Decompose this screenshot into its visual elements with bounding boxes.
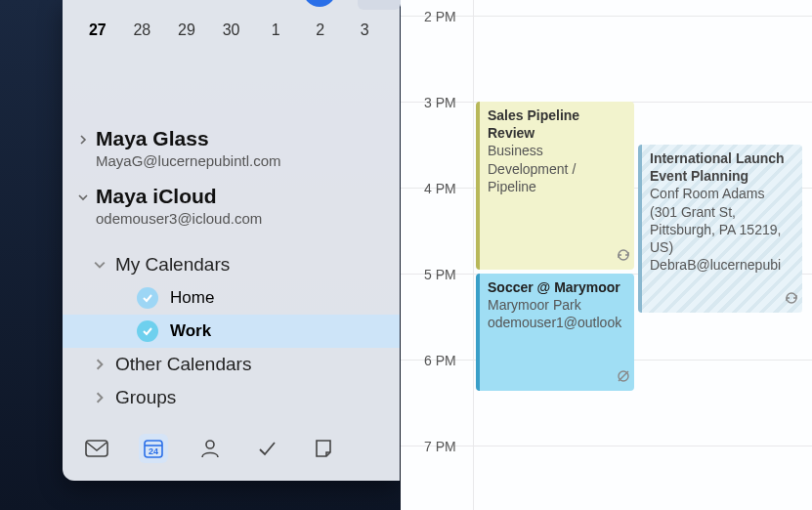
event-launch-planning[interactable]: International Launch Event Planning Conf…: [638, 145, 802, 313]
calendar-item-home[interactable]: Home: [94, 281, 382, 315]
no-sync-icon: [617, 369, 630, 387]
calendar-label: Work: [170, 321, 211, 341]
mini-cal-day[interactable]: 29: [165, 12, 208, 49]
calendar-check-icon[interactable]: [137, 287, 158, 309]
account-item[interactable]: Maya iCloud odemouser3@icloud.com: [74, 177, 376, 234]
chevron-right-icon: [94, 392, 115, 404]
hour-label: 5 PM: [424, 267, 456, 282]
calendar-icon[interactable]: 24: [139, 434, 168, 463]
notes-icon[interactable]: [309, 434, 338, 463]
svg-rect-0: [86, 441, 107, 456]
event-detail: Business Development / Pipeline: [488, 142, 626, 195]
account-email: MayaG@lucernepubintl.com: [96, 152, 376, 169]
hour-label: 2 PM: [424, 9, 456, 24]
event-location: Marymoor Park: [488, 296, 626, 314]
bottom-nav: 24: [63, 420, 400, 481]
event-title: Sales Pipeline Review: [488, 106, 626, 142]
account-name: Maya Glass: [96, 127, 376, 150]
event-soccer[interactable]: Soccer @ Marymoor Marymoor Park odemouse…: [476, 274, 634, 391]
account-email: odemouser3@icloud.com: [96, 210, 376, 227]
sidebar: 27 28 29 30 1 2 3 Maya Glass MayaG@lucer…: [63, 0, 400, 481]
mini-cal-day[interactable]: 27: [76, 12, 119, 49]
section-label: Other Calendars: [115, 354, 251, 375]
mini-cal-day[interactable]: 3: [343, 12, 386, 49]
account-name: Maya iCloud: [96, 185, 376, 208]
mini-cal-day[interactable]: 28: [121, 12, 164, 49]
other-calendars-section[interactable]: Other Calendars: [94, 348, 376, 381]
calendar-item-work[interactable]: Work: [63, 315, 400, 348]
chevron-right-icon: [94, 359, 115, 370]
svg-point-4: [206, 441, 214, 448]
calendar-check-icon[interactable]: [137, 320, 158, 342]
mail-icon[interactable]: [82, 434, 111, 463]
hour-label: 6 PM: [424, 353, 456, 368]
hour-label: 4 PM: [424, 181, 456, 196]
event-title: International Launch Event Planning: [650, 149, 794, 185]
chevron-right-icon[interactable]: [74, 131, 92, 149]
chevron-down-icon: [94, 259, 115, 271]
day-column[interactable]: Sales Pipeline Review Business Developme…: [473, 0, 810, 510]
hour-label: 3 PM: [424, 95, 456, 110]
sync-icon: [785, 291, 798, 309]
groups-section[interactable]: Groups: [94, 381, 376, 414]
my-calendars-section[interactable]: My Calendars: [94, 248, 376, 281]
sync-icon: [617, 248, 630, 266]
event-organizer: DebraB@lucernepubi: [650, 256, 794, 274]
todo-icon[interactable]: [252, 434, 281, 463]
mini-cal-day[interactable]: 1: [254, 12, 297, 49]
mini-cal-selected-box: [358, 0, 401, 10]
calendar-label: Home: [170, 288, 214, 308]
account-item[interactable]: Maya Glass MayaG@lucernepubintl.com: [74, 119, 376, 177]
hour-label: 7 PM: [424, 439, 456, 454]
svg-text:24: 24: [149, 446, 158, 456]
mini-cal-day[interactable]: 30: [210, 12, 253, 49]
event-organizer: odemouser1@outlook: [488, 314, 626, 331]
mini-calendar: 27 28 29 30 1 2 3: [63, 0, 400, 61]
mini-cal-day[interactable]: 2: [299, 12, 342, 49]
section-label: My Calendars: [115, 254, 230, 276]
chevron-down-icon[interactable]: [74, 189, 92, 206]
event-location: Conf Room Adams (301 Grant St, Pittsburg…: [650, 185, 794, 256]
section-label: Groups: [115, 387, 176, 408]
calendar-timeline: 2 PM 3 PM 4 PM 5 PM 6 PM 7 PM Sales Pipe…: [401, 0, 812, 510]
event-sales-pipeline[interactable]: Sales Pipeline Review Business Developme…: [476, 102, 634, 270]
people-icon[interactable]: [195, 434, 225, 463]
event-title: Soccer @ Marymoor: [488, 278, 626, 296]
